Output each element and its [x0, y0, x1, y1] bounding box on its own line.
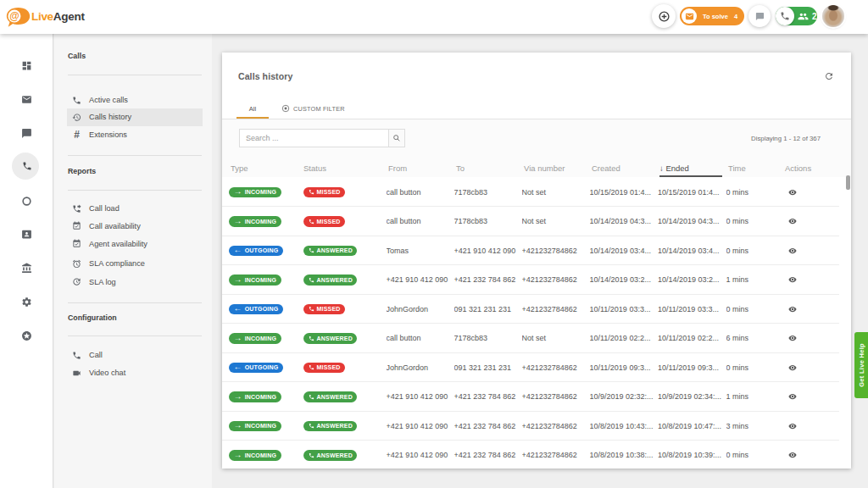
svg-text:@: @	[9, 10, 19, 22]
